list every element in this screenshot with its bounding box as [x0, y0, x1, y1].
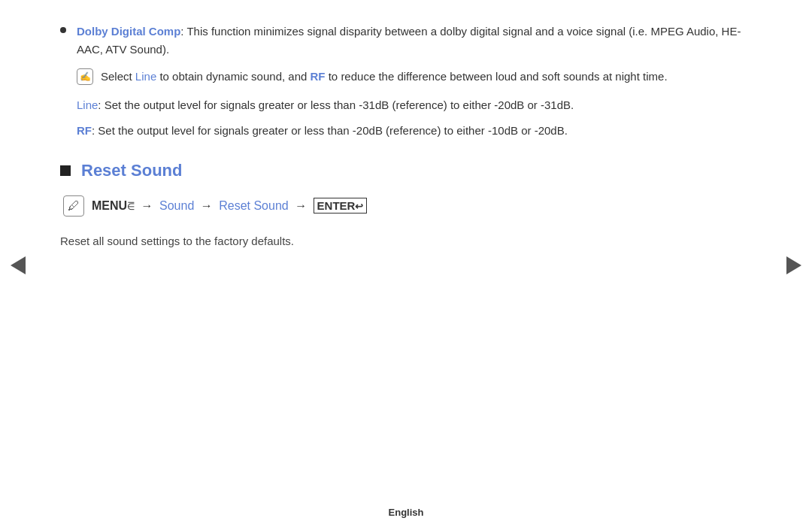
menu-label: MENU — [92, 199, 127, 212]
reset-sound-description: Reset all sound settings to the factory … — [60, 232, 752, 251]
note-link2: RF — [311, 70, 326, 83]
path1-label: Sound — [159, 199, 194, 212]
sub-text-line: Line: Set the output level for signals g… — [77, 96, 752, 114]
line-link: Line — [77, 98, 98, 111]
bullet-item-dolby: Dolby Digital Comp: This function minimi… — [60, 23, 752, 59]
sub-text-rf: RF: Set the output level for signals gre… — [77, 122, 752, 140]
rf-link: RF — [77, 124, 92, 137]
note-symbol: ✍ — [80, 71, 91, 82]
menu-path-text: MENU⋶ → Sound → Reset Sound → ENTER↩ — [92, 197, 367, 215]
note-suffix: to reduce the difference between loud an… — [326, 70, 668, 83]
content-area: Dolby Digital Comp: This function minimi… — [0, 0, 812, 498]
hand-icon: 🖊 — [68, 199, 80, 213]
dolby-link: Dolby Digital Comp — [77, 25, 180, 38]
note-icon: ✍ — [77, 68, 93, 85]
path2-label: Reset Sound — [219, 199, 289, 212]
bullet-text-dolby: Dolby Digital Comp: This function minimi… — [77, 23, 752, 59]
footer: English — [0, 498, 812, 530]
line-desc: : Set the output level for signals great… — [98, 98, 574, 111]
reset-sound-section-header: Reset Sound — [60, 161, 752, 180]
arrow3: → — [295, 199, 307, 212]
footer-language: English — [389, 507, 424, 518]
black-square-icon — [60, 165, 71, 176]
enter-return-symbol: ↩ — [355, 201, 363, 212]
page-container: Dolby Digital Comp: This function minimi… — [0, 0, 812, 530]
enter-label: ENTER↩ — [314, 198, 368, 214]
note-middle: to obtain dynamic sound, and — [156, 70, 310, 83]
menu-icon: 🖊 — [63, 195, 84, 217]
arrow2: → — [201, 199, 213, 212]
note-link1: Line — [135, 70, 156, 83]
arrow1: → — [141, 199, 153, 212]
menu-grid-icon: ⋶ — [127, 201, 135, 212]
menu-path-block: 🖊 MENU⋶ → Sound → Reset Sound → ENTER↩ — [63, 195, 752, 217]
section-title: Reset Sound — [81, 161, 182, 180]
bullet-section: Dolby Digital Comp: This function minimi… — [60, 23, 752, 140]
note-block: ✍ Select Line to obtain dynamic sound, a… — [77, 68, 752, 86]
rf-desc: : Set the output level for signals great… — [92, 124, 568, 137]
note-prefix: Select — [101, 70, 135, 83]
note-text: Select Line to obtain dynamic sound, and… — [101, 68, 752, 86]
bullet-dot — [60, 27, 66, 33]
